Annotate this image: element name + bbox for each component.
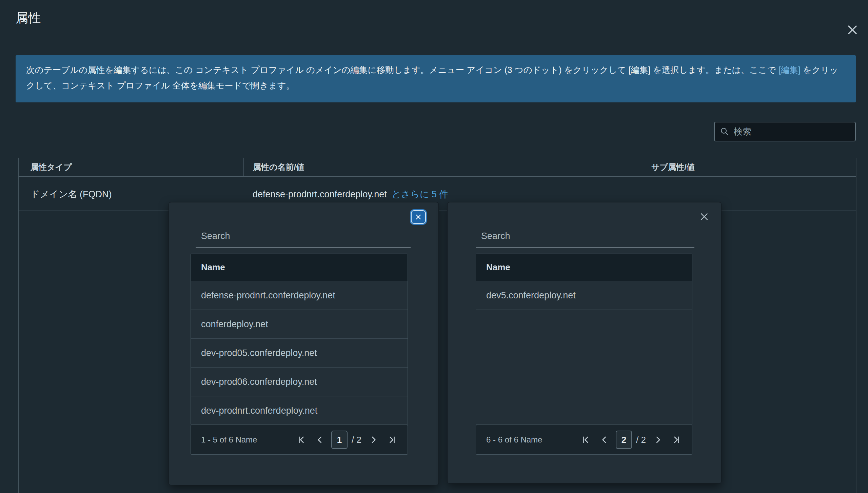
- edit-link[interactable]: [編集]: [778, 65, 801, 75]
- pagination-summary: 1 - 5 of 6 Name: [201, 435, 257, 445]
- first-page-icon[interactable]: [294, 432, 309, 448]
- previous-page-icon[interactable]: [597, 432, 612, 448]
- popup-name-table: Name defense-prodnrt.conferdeploy.net co…: [191, 254, 408, 425]
- last-page-icon[interactable]: [669, 432, 684, 448]
- attribute-value: defense-prodnrt.conferdeploy.net: [253, 189, 387, 199]
- first-page-icon[interactable]: [578, 432, 593, 448]
- pagination-summary: 6 - 6 of 6 Name: [486, 435, 542, 445]
- popup-name-table: Name dev5.conferdeploy.net: [476, 254, 692, 425]
- search-input[interactable]: [734, 126, 850, 137]
- page-number-input[interactable]: [331, 431, 348, 449]
- list-item: defense-prodnrt.conferdeploy.net: [191, 281, 408, 310]
- pagination-bar: 1 - 5 of 6 Name / 2: [191, 425, 408, 455]
- popup-search-input[interactable]: [476, 231, 694, 248]
- notice-banner: 次のテーブルの属性を編集するには、この コンテキスト プロファイル のメインの編…: [16, 55, 856, 102]
- previous-page-icon[interactable]: [312, 432, 327, 448]
- close-icon[interactable]: [844, 21, 861, 39]
- column-header-sub-attribute-value: サブ属性/値: [640, 158, 856, 176]
- values-popup-left: Name defense-prodnrt.conferdeploy.net co…: [169, 202, 438, 485]
- notice-text-before: 次のテーブルの属性を編集するには、この コンテキスト プロファイル のメインの編…: [26, 65, 778, 75]
- table-right-border: [856, 158, 856, 493]
- list-item: dev5.conferdeploy.net: [476, 281, 692, 310]
- table-search-box[interactable]: [714, 122, 856, 141]
- list-item: dev-prod06.conferdeploy.net: [191, 368, 408, 396]
- name-column-header: Name: [191, 254, 408, 281]
- next-page-icon[interactable]: [651, 432, 666, 448]
- values-popup-right: Name dev5.conferdeploy.net 6 - 6 of 6 Na…: [448, 202, 721, 483]
- close-icon[interactable]: [411, 210, 426, 224]
- more-items-link[interactable]: とさらに 5 件: [392, 189, 449, 199]
- page-total: / 2: [352, 435, 361, 445]
- attribute-value-cell: defense-prodnrt.conferdeploy.netとさらに 5 件: [243, 188, 640, 200]
- list-item: dev-prod05.conferdeploy.net: [191, 339, 408, 368]
- column-header-attribute-name-value: 属性の名前/値: [243, 158, 640, 176]
- pagination-bar: 6 - 6 of 6 Name / 2: [476, 425, 692, 455]
- page-number-input[interactable]: [616, 431, 632, 449]
- close-icon[interactable]: [697, 209, 712, 224]
- next-page-icon[interactable]: [366, 432, 381, 448]
- attribute-type-cell: ドメイン名 (FQDN): [19, 188, 243, 200]
- page-total: / 2: [636, 435, 646, 445]
- column-header-attribute-type: 属性タイプ: [19, 158, 243, 176]
- search-icon: [720, 127, 729, 136]
- attributes-table-header: 属性タイプ 属性の名前/値 サブ属性/値: [19, 158, 856, 177]
- list-item: conferdeploy.net: [191, 310, 408, 339]
- last-page-icon[interactable]: [384, 432, 399, 448]
- list-item: dev-prodnrt.conferdeploy.net: [191, 396, 408, 425]
- popup-search-input[interactable]: [196, 231, 411, 248]
- page-title: 属性: [16, 9, 41, 26]
- name-column-header: Name: [476, 254, 692, 281]
